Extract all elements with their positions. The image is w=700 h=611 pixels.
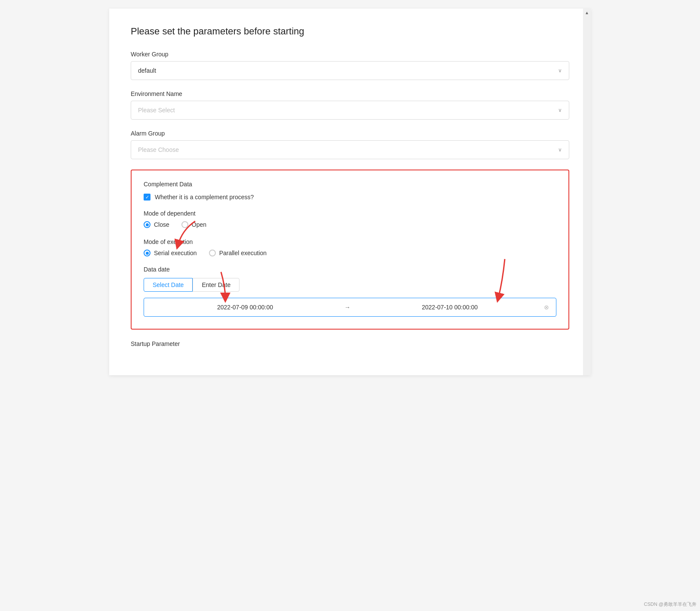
- red-arrow-serial: [169, 221, 204, 251]
- end-date-value: 2022-07-10 00:00:00: [356, 304, 544, 311]
- mode-dependent-close-radio[interactable]: [144, 221, 150, 228]
- environment-name-placeholder: Please Select: [138, 107, 175, 114]
- mode-execution-parallel-label: Parallel execution: [219, 250, 267, 256]
- alarm-group-label: Alarm Group: [131, 130, 569, 137]
- complement-checkbox[interactable]: ✓: [144, 194, 150, 201]
- complement-data-box: Complement Data ✓ Whether it is a comple…: [131, 170, 569, 330]
- complement-data-title: Complement Data: [144, 181, 556, 188]
- scroll-up-arrow[interactable]: ▲: [584, 9, 590, 15]
- complement-checkbox-label: Whether it is a complement process?: [155, 194, 254, 201]
- mode-execution-parallel-radio[interactable]: [209, 250, 216, 256]
- watermark: CSDN @勇敢羊羊在飞奔: [644, 601, 697, 608]
- worker-group-chevron-icon: ∨: [558, 68, 562, 74]
- checkmark-icon: ✓: [145, 195, 149, 200]
- mode-execution-radio-row: Serial execution Parallel execution: [144, 250, 556, 256]
- scrollbar[interactable]: ▲: [583, 9, 591, 375]
- clear-date-icon[interactable]: ⊗: [544, 304, 549, 311]
- mode-dependent-radio-row: Close Open: [144, 221, 556, 228]
- mode-execution-serial-radio[interactable]: [144, 250, 150, 256]
- worker-group-section: Worker Group default ∨: [131, 51, 569, 80]
- date-range-wrapper: 2022-07-09 00:00:00 → 2022-07-10 00:00:0…: [144, 298, 556, 317]
- alarm-group-section: Alarm Group Please Choose ∨: [131, 130, 569, 159]
- alarm-group-chevron-icon: ∨: [558, 147, 562, 153]
- worker-group-value: default: [138, 67, 156, 74]
- start-date-value: 2022-07-09 00:00:00: [151, 304, 339, 311]
- data-date-section: Data date Select Date Enter Date: [144, 266, 556, 317]
- mode-dependent-close-label: Close: [154, 221, 169, 228]
- alarm-group-select[interactable]: Please Choose ∨: [131, 140, 569, 159]
- complement-checkbox-row: ✓ Whether it is a complement process?: [144, 194, 556, 201]
- red-arrow-end-date: [479, 259, 513, 302]
- page-title: Please set the parameters before startin…: [131, 26, 569, 37]
- mode-dependent-section: Mode of dependent Close Open: [144, 210, 556, 228]
- red-arrow-start-date: [212, 272, 247, 302]
- environment-name-select[interactable]: Please Select ∨: [131, 101, 569, 120]
- mode-dependent-close-option[interactable]: Close: [144, 221, 169, 228]
- environment-name-section: Environment Name Please Select ∨: [131, 90, 569, 120]
- date-range-arrow-icon: →: [344, 304, 350, 311]
- environment-name-chevron-icon: ∨: [558, 107, 562, 113]
- mode-dependent-label: Mode of dependent: [144, 210, 556, 217]
- startup-param-label: Startup Parameter: [131, 340, 180, 347]
- alarm-group-placeholder: Please Choose: [138, 146, 179, 153]
- mode-execution-parallel-option[interactable]: Parallel execution: [209, 250, 267, 256]
- environment-name-label: Environment Name: [131, 90, 569, 97]
- worker-group-select[interactable]: default ∨: [131, 61, 569, 80]
- startup-param-section: Startup Parameter: [131, 340, 569, 348]
- mode-execution-section: Mode of execution Serial execution Paral…: [144, 238, 556, 256]
- mode-execution-label: Mode of execution: [144, 238, 556, 245]
- worker-group-label: Worker Group: [131, 51, 569, 58]
- select-date-tab[interactable]: Select Date: [144, 278, 193, 292]
